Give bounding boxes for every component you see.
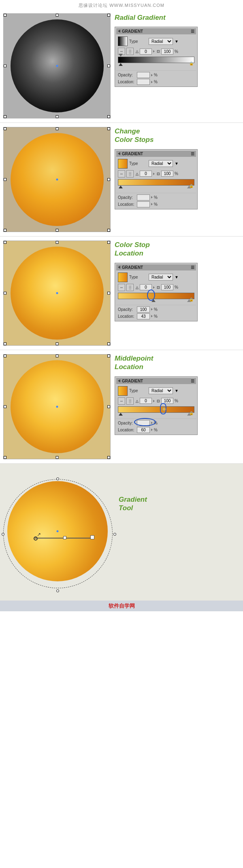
handle-bm[interactable]: [55, 115, 58, 118]
scale-input-1[interactable]: 100: [161, 49, 173, 55]
icons-row-3: ↔ ░ △ ⊡ %: [116, 283, 196, 292]
panel-header-label-3: GRADIENT: [122, 265, 143, 270]
reverse-btn-4[interactable]: ↔: [118, 397, 125, 405]
opacity-input-3[interactable]: 100: [137, 306, 150, 313]
location-input-3[interactable]: 43: [137, 313, 150, 319]
handle3-bm[interactable]: [55, 342, 58, 345]
handle3-ml[interactable]: [4, 292, 6, 295]
panel-menu-icon-2[interactable]: ☰: [191, 152, 194, 156]
stop-bottom-left-1[interactable]: [119, 63, 123, 66]
dither-btn-4[interactable]: ░: [126, 397, 134, 405]
handle2-br[interactable]: [107, 229, 110, 232]
handle2-tl[interactable]: [4, 127, 6, 130]
angle-input-1[interactable]: 0: [140, 49, 152, 55]
scale-pct-2: %: [175, 171, 178, 176]
scale-pct-4: %: [175, 399, 178, 403]
handle2-bl[interactable]: [4, 229, 6, 232]
handle5-top[interactable]: [56, 477, 59, 480]
angle-input-2[interactable]: [140, 171, 152, 177]
stop-bottom-left-2[interactable]: [119, 186, 123, 188]
location-arrow-3: [151, 315, 153, 317]
reverse-btn-2[interactable]: ↔: [118, 170, 125, 177]
angle-input-4[interactable]: [140, 398, 152, 404]
gradient-swatch-1[interactable]: [118, 36, 128, 46]
dither-btn-2[interactable]: ░: [126, 170, 134, 177]
handle-ml[interactable]: [4, 65, 6, 68]
scale-input-4[interactable]: [161, 398, 173, 404]
stop-left-4[interactable]: [119, 413, 123, 416]
handle5-right[interactable]: [113, 533, 116, 536]
handle2-ml[interactable]: [4, 178, 6, 181]
panel-header-1: GRADIENT ☰: [116, 28, 196, 34]
panel-menu-icon-1[interactable]: ☰: [191, 29, 194, 34]
handle-mr[interactable]: [107, 65, 110, 68]
gradient-bar-4[interactable]: [118, 406, 194, 413]
type-label-4: Type: [129, 389, 147, 393]
grad-tool-end-5[interactable]: [90, 535, 94, 539]
handle2-tr[interactable]: [107, 127, 110, 130]
type-arrow-2: ▼: [175, 161, 179, 166]
gradient-bar-3[interactable]: [118, 293, 194, 299]
handle4-mr[interactable]: [107, 405, 110, 408]
opacity-pct-4: %: [154, 421, 158, 425]
handle3-bl[interactable]: [4, 342, 6, 345]
type-select-4[interactable]: Radial: [149, 387, 173, 394]
opacity-row-4: Opacity: %: [116, 420, 196, 427]
type-select-3[interactable]: Radial: [149, 274, 173, 281]
handle5-bottom[interactable]: [56, 589, 59, 592]
opacity-input-4[interactable]: [137, 420, 150, 426]
location-input-4[interactable]: 60: [137, 427, 150, 433]
section-title-4: Middlepoint Location: [115, 354, 153, 372]
handle4-bl[interactable]: [4, 456, 6, 459]
type-label-3: Type: [129, 275, 147, 279]
opacity-label-1: Opacity:: [118, 73, 136, 77]
handle2-tm[interactable]: [55, 127, 58, 130]
grad-tool-mid-5[interactable]: [63, 536, 66, 539]
gradient-bar-1[interactable]: [118, 57, 194, 63]
handle3-mr[interactable]: [107, 292, 110, 295]
type-select-1[interactable]: Radial Linear: [149, 38, 173, 45]
gradient-swatch-3[interactable]: [118, 272, 128, 282]
panel-menu-icon-4[interactable]: ☰: [191, 379, 194, 383]
handle3-tr[interactable]: [107, 241, 110, 244]
handle4-bm[interactable]: [55, 456, 58, 459]
handle2-mr[interactable]: [107, 178, 110, 181]
location-pct-3: %: [154, 314, 158, 319]
handle4-tl[interactable]: [4, 355, 6, 357]
dither-btn-1[interactable]: ░: [126, 48, 134, 55]
gradient-swatch-4[interactable]: [118, 386, 128, 396]
handle3-tm[interactable]: [55, 241, 58, 244]
handle4-tr[interactable]: [107, 355, 110, 357]
handle-tm[interactable]: [55, 14, 58, 17]
handle4-ml[interactable]: [4, 405, 6, 408]
location-input-2[interactable]: [137, 201, 150, 207]
angle-input-3[interactable]: [140, 284, 152, 290]
handle4-tm[interactable]: [55, 355, 58, 357]
dither-btn-3[interactable]: ░: [126, 284, 134, 291]
handle2-bm[interactable]: [55, 229, 58, 232]
handle-br[interactable]: [107, 115, 110, 118]
gradient-swatch-2[interactable]: [118, 159, 128, 169]
handle-tl[interactable]: [4, 14, 6, 17]
location-row-1: Location: %: [116, 78, 196, 85]
right-panel-2: Change Color Stops GRADIENT ☰ Type Radia…: [115, 127, 240, 209]
reverse-btn-3[interactable]: ↔: [118, 284, 125, 291]
gradient-bar-2[interactable]: [118, 179, 194, 186]
opacity-input-1[interactable]: [137, 72, 150, 78]
scale-input-2[interactable]: [161, 171, 173, 177]
scale-input-3[interactable]: [161, 284, 173, 290]
opacity-input-2[interactable]: [137, 194, 150, 201]
type-select-2[interactable]: Radial: [149, 160, 173, 167]
stop-top-1[interactable]: [119, 54, 123, 57]
handle-bl[interactable]: [4, 115, 6, 118]
stop-bottom-sel-3[interactable]: [151, 299, 156, 302]
location-label-3: Location:: [118, 314, 136, 319]
handle4-br[interactable]: [107, 456, 110, 459]
panel-menu-icon-3[interactable]: ☰: [191, 265, 194, 270]
cursor-icon-5: ↗: [37, 532, 41, 537]
handle5-left[interactable]: [2, 533, 4, 536]
handle-tr[interactable]: [107, 14, 110, 17]
location-input-1[interactable]: [137, 79, 150, 85]
handle3-br[interactable]: [107, 342, 110, 345]
handle3-tl[interactable]: [4, 241, 6, 244]
